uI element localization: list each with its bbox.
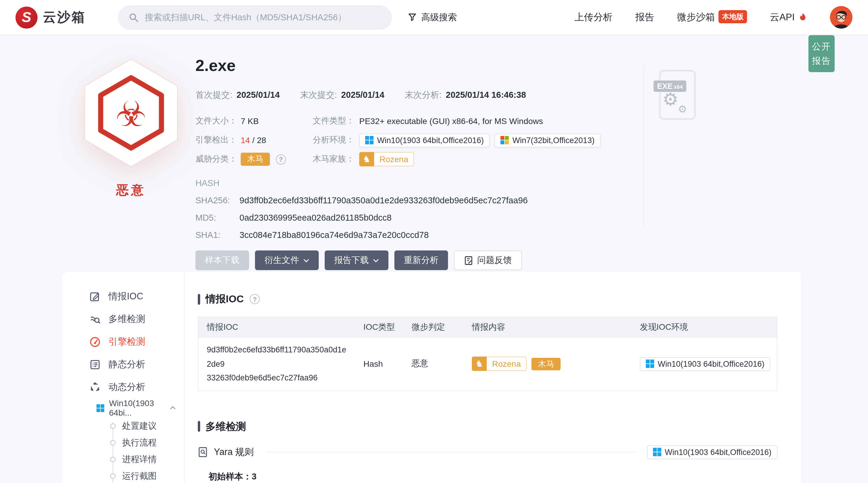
feedback-button[interactable]: 问题反馈 <box>454 251 522 270</box>
engine-detect-value: 14 / 28 <box>241 135 313 145</box>
sidebar-item-intel-ioc[interactable]: 情报IOC <box>63 285 184 308</box>
feedback-label: 问题反馈 <box>477 255 512 266</box>
sidebar-item-multi-detect[interactable]: 多维检测 <box>63 308 184 330</box>
col-found-env: 发现IOC环境 <box>631 322 777 333</box>
sidebar-sub-item-process-detail[interactable]: 进程详情 <box>63 451 184 467</box>
nav-upload-analysis[interactable]: 上传分析 <box>574 11 613 24</box>
ioc-env-cell: Win10(1903 64bit,Office2016) <box>631 357 777 371</box>
dynamic-analysis-icon <box>89 381 101 393</box>
last-analysis-label: 末次分析: <box>404 90 441 100</box>
sidebar-item-label: 动态分析 <box>108 381 145 393</box>
trojan-tag: 木马 <box>532 358 561 370</box>
chevron-down-icon <box>373 258 379 262</box>
file-size-value: 7 KB <box>241 116 313 126</box>
page: S 云沙箱 高级搜索 上传分析 报告 微步沙箱 本地版 云API <box>0 0 868 483</box>
env-badge-win10[interactable]: Win10(1903 64bit,Office2016) <box>359 133 490 147</box>
report-sidebar: 情报IOC 多维检测 引擎检测 <box>63 272 185 483</box>
file-name: 2.exe <box>195 57 636 75</box>
yara-env-label: Win10(1903 64bit,Office2016) <box>665 448 772 457</box>
md5-row: MD5: 0ad230369995eea026ad261185b0dcc8 <box>195 213 636 222</box>
engine-total-count: / 28 <box>250 135 266 145</box>
sidebar-item-dynamic-analysis[interactable]: 动态分析 <box>63 376 184 398</box>
avatar[interactable] <box>830 6 852 29</box>
report-content: 情报IOC ? 情报IOC IOC类型 微步判定 情报内容 发现IOC环境 9d… <box>185 272 801 483</box>
col-ioc-type: IOC类型 <box>355 322 403 333</box>
sidebar-env-win10-node[interactable]: Win10(1903 64bi... <box>63 398 184 418</box>
reanalyze-label: 重新分析 <box>404 255 438 266</box>
static-analysis-icon <box>89 359 101 370</box>
threat-help-icon[interactable]: ? <box>276 154 286 164</box>
initial-sample-label: 初始样本： <box>209 472 252 481</box>
reanalyze-button[interactable]: 重新分析 <box>394 251 448 270</box>
avatar-illustration <box>830 6 852 29</box>
top-nav-links: 上传分析 报告 微步沙箱 本地版 云API <box>574 6 852 29</box>
malicious-hexagon-icon: ☣ <box>74 53 188 178</box>
intel-ioc-icon <box>89 291 101 302</box>
sub-item-label: 处置建议 <box>122 420 157 431</box>
chevron-down-icon <box>303 258 309 262</box>
row-size-type: 文件大小： 7 KB 文件类型： PE32+ executable (GUI) … <box>195 114 636 128</box>
gear-icon-small: ⚙ <box>678 104 687 114</box>
sidebar-sub-item-run-screenshot[interactable]: 运行截图 <box>63 467 184 483</box>
multi-detect-icon <box>89 313 101 325</box>
file-size-label: 文件大小： <box>195 116 241 126</box>
divider-line <box>266 452 635 453</box>
windows-logo-icon <box>653 448 661 456</box>
brand-logo-icon: S <box>16 6 37 28</box>
search-icon <box>129 12 139 22</box>
top-navbar: S 云沙箱 高级搜索 上传分析 报告 微步沙箱 本地版 云API <box>0 0 868 35</box>
sub-item-label: 进程详情 <box>122 453 157 465</box>
env-badge-win10: Win10(1903 64bit,Office2016) <box>640 357 770 371</box>
brand-logo[interactable]: S 云沙箱 <box>16 6 86 28</box>
advanced-search-label: 高级搜索 <box>421 11 457 23</box>
sidebar-item-label: 多维检测 <box>108 313 145 325</box>
col-verdict: 微步判定 <box>403 322 464 333</box>
first-submit-value: 2025/01/14 <box>237 90 280 100</box>
ioc-hash-cell: 9d3ff0b2ec6efd33b6ff11790a350a0d1e2de9 3… <box>198 343 355 385</box>
sample-download-button[interactable]: 样本下载 <box>195 251 249 270</box>
ioc-section-heading: 情报IOC ? <box>198 292 777 306</box>
windows-logo-icon <box>365 136 374 144</box>
nav-report-label: 报告 <box>635 11 654 24</box>
ioc-hash-line2: 33263f0deb9e6d5ec7c27faa96 <box>207 371 349 385</box>
public-report-badge: 公开报告 <box>808 35 835 72</box>
derived-files-button[interactable]: 衍生文件 <box>255 251 319 270</box>
sidebar-item-static-analysis[interactable]: 静态分析 <box>63 353 184 376</box>
ioc-help-icon[interactable]: ? <box>250 294 260 304</box>
sample-download-label: 样本下载 <box>205 255 240 266</box>
windows-logo-icon <box>96 404 104 412</box>
hash-heading: HASH <box>195 178 636 188</box>
nav-sandbox[interactable]: 微步沙箱 本地版 <box>677 11 747 24</box>
file-type-label: 文件类型： <box>313 116 359 126</box>
sidebar-item-label: 静态分析 <box>108 358 145 371</box>
last-analysis: 末次分析:2025/01/14 16:46:38 <box>404 89 526 101</box>
nav-reports[interactable]: 报告 <box>635 11 654 24</box>
yara-env-badge[interactable]: Win10(1903 64bit,Office2016) <box>647 446 777 459</box>
threat-class-value: 木马 ? <box>241 153 313 166</box>
last-submit-label: 末次提交: <box>300 90 337 100</box>
sha1-value: 3cc084e718ba80196ca74e6d9a73a7e20c0ccd78 <box>240 230 429 240</box>
sidebar-item-engine-detect[interactable]: 引擎检测 <box>63 330 184 353</box>
last-analysis-value: 2025/01/14 16:46:38 <box>446 90 526 100</box>
flame-icon <box>798 12 807 22</box>
vertical-divider <box>643 66 644 228</box>
advanced-search-button[interactable]: 高级搜索 <box>407 11 457 23</box>
sidebar-sub-item-disposal[interactable]: 处置建议 <box>63 418 184 434</box>
report-download-button[interactable]: 报告下载 <box>325 251 389 270</box>
env-badge-win7[interactable]: Win7(32bit,Office2013) <box>494 133 600 147</box>
brand-name: 云沙箱 <box>43 8 86 26</box>
file-detail-rows: 文件大小： 7 KB 文件类型： PE32+ executable (GUI) … <box>195 114 636 166</box>
search-bar[interactable] <box>118 5 392 30</box>
first-submit: 首次提交:2025/01/14 <box>195 89 280 101</box>
family-label: 木马家族： <box>313 154 359 165</box>
report-summary: 公开报告 ☣ 恶意 2.exe 首次提交:2025/01/14 末次提交:202… <box>0 35 868 272</box>
family-badge: ♞ Rozena <box>359 152 414 166</box>
search-input[interactable] <box>145 12 381 22</box>
nav-sandbox-label: 微步沙箱 <box>677 11 715 24</box>
nav-cloud-api[interactable]: 云API <box>770 11 807 24</box>
sidebar-item-label: 情报IOC <box>108 290 143 303</box>
section-bar <box>198 421 200 432</box>
ioc-hash-line1: 9d3ff0b2ec6efd33b6ff11790a350a0d1e2de9 <box>207 343 349 371</box>
sidebar-sub-item-exec-flow[interactable]: 执行流程 <box>63 434 184 451</box>
ioc-intel-cell: ♞ Rozena 木马 <box>464 357 631 371</box>
